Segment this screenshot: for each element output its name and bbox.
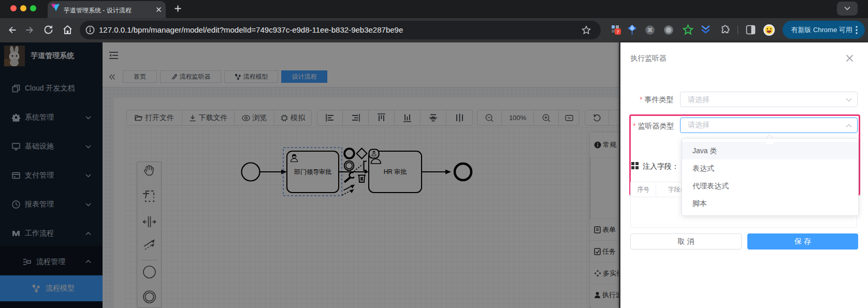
svg-text:⌘: ⌘ — [647, 27, 653, 33]
svg-text:7: 7 — [616, 30, 619, 35]
